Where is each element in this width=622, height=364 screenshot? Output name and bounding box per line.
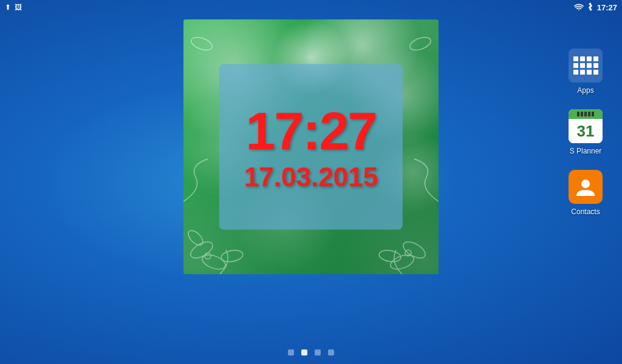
apps-dot: [593, 56, 598, 61]
svg-point-4: [205, 253, 211, 259]
splanner-rings: [577, 112, 594, 116]
splanner-icon-image: 31: [569, 109, 603, 143]
splanner-body: 31: [569, 119, 603, 143]
page-dot-1[interactable]: [301, 349, 307, 356]
svg-point-7: [378, 249, 402, 263]
splanner-ring: [581, 112, 583, 116]
page-indicators: [288, 349, 334, 356]
apps-dot: [593, 70, 598, 75]
status-right: 17:27: [574, 2, 617, 13]
contacts-icon-image: [569, 170, 603, 204]
bluetooth-icon: [587, 2, 593, 13]
clock-center: 17:27 17.03.2015: [219, 64, 403, 230]
svg-point-3: [186, 228, 206, 248]
apps-dot: [587, 70, 592, 75]
splanner-ring: [577, 112, 579, 116]
apps-dot: [573, 56, 578, 61]
svg-point-2: [220, 249, 244, 263]
page-dot-0[interactable]: [288, 349, 294, 356]
splanner-date-number: 31: [577, 123, 595, 139]
status-time: 17:27: [597, 3, 617, 12]
clock-background: 17:27 17.03.2015: [183, 19, 439, 274]
splanner-label: S Planner: [570, 147, 602, 155]
app-dock: Apps 31 S Planner: [561, 49, 610, 216]
status-bar: ⬆ 🖼 17:27: [0, 0, 622, 15]
apps-dot: [580, 63, 585, 68]
splanner-ring: [592, 112, 594, 116]
apps-dot: [573, 63, 578, 68]
image-icon: 🖼: [15, 3, 22, 12]
apps-dot: [587, 63, 592, 68]
apps-launcher[interactable]: Apps: [561, 49, 610, 95]
apps-dot: [587, 56, 592, 61]
splanner-header: [569, 109, 603, 119]
svg-point-11: [581, 180, 590, 188]
person-icon: [575, 177, 596, 197]
apps-icon-image: [569, 49, 603, 83]
svg-point-0: [188, 238, 216, 261]
status-left: ⬆ 🖼: [5, 3, 22, 12]
apps-dot: [580, 56, 585, 61]
apps-dot: [573, 70, 578, 75]
page-dot-2[interactable]: [315, 349, 321, 356]
desktop: ⬆ 🖼 17:27: [0, 0, 622, 364]
clock-time-display: 17:27: [245, 104, 376, 157]
page-dot-3[interactable]: [328, 349, 334, 356]
svg-point-5: [401, 238, 428, 261]
apps-grid: [573, 56, 598, 75]
splanner-app[interactable]: 31 S Planner: [561, 109, 610, 155]
usb-icon: ⬆: [5, 3, 11, 12]
clock-date-display: 17.03.2015: [244, 163, 378, 190]
splanner-ring: [588, 112, 590, 116]
apps-dot: [593, 63, 598, 68]
contacts-app[interactable]: Contacts: [561, 170, 610, 216]
apps-label: Apps: [577, 86, 593, 95]
wifi-icon: [574, 3, 584, 12]
apps-dot: [580, 70, 585, 75]
splanner-ring: [584, 112, 587, 116]
svg-point-9: [190, 35, 214, 52]
contacts-label: Contacts: [571, 207, 600, 216]
clock-widget[interactable]: 17:27 17.03.2015: [183, 19, 439, 274]
svg-point-10: [408, 35, 432, 52]
